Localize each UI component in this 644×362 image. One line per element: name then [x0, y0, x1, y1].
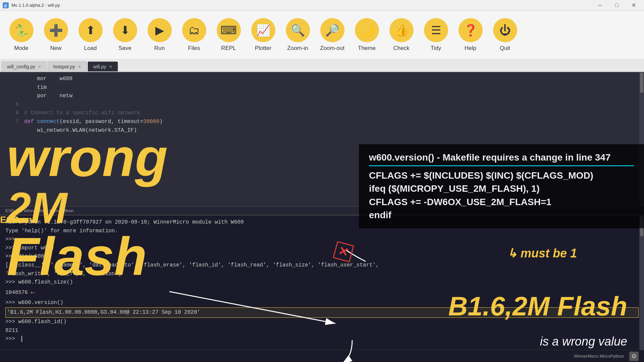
toolbar-btn-new[interactable]: ➕ New	[40, 13, 72, 56]
window-title: Mu 1.1.0.alpha.2 - wifi.py	[11, 3, 60, 8]
repl-line: Type 'help()' for more information.	[5, 227, 639, 236]
toolbar-btn-check[interactable]: 👍 Check	[385, 13, 417, 56]
check-icon: 👍	[389, 18, 414, 42]
tab-label-hotspot: hotspot.py	[53, 64, 75, 69]
main-content: mor w600 tim por netw 5 6 # Connect to a…	[0, 72, 644, 362]
repl-label: REPL	[221, 45, 236, 52]
toolbar-btn-mode[interactable]: 🐍 Mode	[5, 13, 37, 56]
tab-close-hotspot[interactable]: ✕	[78, 64, 81, 69]
zoomin-label: Zoom-in	[287, 45, 308, 52]
toolbar-btn-repl[interactable]: ⌨ REPL	[213, 13, 245, 56]
code-line: 7 def connect(essid, password, timeout=3…	[5, 118, 639, 126]
zoomin-icon: 🔍	[286, 18, 310, 42]
repl-line: >>> w600.flash_size()	[5, 278, 639, 287]
repl-line: 'flash_write', 'run_ftp', 'version']	[5, 270, 639, 279]
code-line: 5	[5, 101, 639, 109]
maximize-button[interactable]: □	[609, 0, 625, 11]
repl-line: 1048576 ←	[5, 287, 639, 299]
new-icon: ➕	[44, 18, 68, 42]
repl-line: >>>	[5, 335, 639, 344]
mode-icon: 🐍	[9, 18, 34, 42]
toolbar-btn-tidy[interactable]: ☰ Tidy	[420, 13, 452, 56]
run-label: Run	[154, 45, 165, 52]
load-label: Load	[84, 45, 97, 52]
save-label: Save	[118, 45, 131, 52]
repl-line: ['__class__', '__name__', 'dat_readinto'…	[5, 261, 639, 270]
tabs-bar: wifi_config.py ✕ hotspot.py ✕ wifi.py ✕	[0, 59, 644, 72]
files-label: Files	[188, 45, 200, 52]
toolbar: 🐍 Mode ➕ New ⬆ Load ⬇ Save ▶ Run 🗂 Files…	[0, 11, 644, 59]
title-bar-left: μ Mu 1.1.0.alpha.2 - wifi.py	[3, 2, 60, 8]
repl-line: >>> dir(w600)	[5, 252, 639, 261]
zoomout-label: Zoom-out	[320, 45, 344, 52]
plotter-label: Plotter	[255, 45, 271, 52]
toolbar-btn-theme[interactable]: 🌙 Theme	[351, 13, 383, 56]
repl-line: >>> w600.flash_id()	[5, 318, 639, 326]
toolbar-btn-save[interactable]: ⬇ Save	[109, 13, 141, 56]
tab-close-wifi_config[interactable]: ✕	[38, 64, 41, 69]
help-icon: ❓	[459, 18, 483, 42]
tab-wifi_config[interactable]: wifi_config.py ✕	[1, 61, 47, 71]
repl-line: 'B1.6,2M Flash,H1.00.00.0000,G3.04.00@ 2…	[5, 307, 639, 318]
tab-close-wifi[interactable]: ✕	[109, 64, 112, 69]
tab-wifi[interactable]: wifi.py ✕	[88, 61, 118, 71]
mode-label: Mode	[14, 45, 29, 52]
window-controls: ─ □ ✕	[592, 0, 641, 11]
toolbar-btn-files[interactable]: 🗂 Files	[178, 13, 210, 56]
repl-header-text: ESP and WinnerMicro MicroPython	[5, 208, 74, 213]
repl-icon: ⌨	[217, 18, 241, 42]
toolbar-btn-help[interactable]: ❓ Help	[454, 13, 486, 56]
plotter-icon: 📈	[251, 18, 275, 42]
repl-line: >>> import w600	[5, 244, 639, 253]
run-icon: ▶	[148, 18, 172, 42]
repl-line: MicroPython v1.12.0-g3ff707927 on 2020-0…	[5, 218, 639, 227]
save-icon: ⬇	[113, 18, 137, 42]
quit-label: Quit	[500, 45, 510, 52]
repl-line: >>> w600.version()	[5, 299, 639, 307]
close-button[interactable]: ✕	[626, 0, 641, 11]
code-line: mor w600	[5, 75, 639, 83]
toolbar-btn-quit[interactable]: ⏻ Quit	[489, 13, 521, 56]
repl-scrollbar-thumb[interactable]	[640, 216, 643, 236]
repl-line: >>>	[5, 235, 639, 244]
editor-scrollbar-thumb[interactable]	[640, 73, 643, 93]
files-icon: 🗂	[182, 18, 206, 42]
help-label: Help	[465, 45, 476, 52]
status-bar: WinnerMicro MicroPython ⚙	[0, 350, 644, 362]
toolbar-btn-zoomin[interactable]: 🔍 Zoom-in	[282, 13, 314, 56]
theme-label: Theme	[358, 45, 376, 52]
repl-line: 8211	[5, 326, 639, 335]
code-line: por netw	[5, 92, 639, 101]
editor-scrollbar[interactable]	[639, 72, 644, 206]
repl-scrollbar[interactable]	[639, 216, 644, 350]
toolbar-btn-zoomout[interactable]: 🔎 Zoom-out	[316, 13, 348, 56]
load-icon: ⬆	[78, 18, 103, 42]
settings-gear-button[interactable]: ⚙	[629, 352, 639, 361]
toolbar-btn-plotter[interactable]: 📈 Plotter	[247, 13, 279, 56]
tidy-icon: ☰	[424, 18, 448, 42]
repl-header: ESP and WinnerMicro MicroPython	[0, 206, 644, 215]
new-label: New	[50, 45, 61, 52]
tidy-label: Tidy	[431, 45, 441, 52]
tab-hotspot[interactable]: hotspot.py ✕	[48, 61, 87, 71]
status-text: WinnerMicro MicroPython	[574, 354, 624, 359]
zoomout-icon: 🔎	[320, 18, 344, 42]
theme-icon: 🌙	[355, 18, 379, 42]
minimize-button[interactable]: ─	[592, 0, 608, 11]
toolbar-btn-load[interactable]: ⬆ Load	[74, 13, 106, 56]
app-icon: μ	[3, 2, 9, 8]
tab-label-wifi_config: wifi_config.py	[7, 64, 35, 69]
editor-area[interactable]: mor w600 tim por netw 5 6 # Connect to a…	[0, 72, 644, 206]
quit-icon: ⏻	[493, 18, 517, 42]
tab-label-wifi: wifi.py	[93, 64, 106, 69]
repl-area[interactable]: MicroPython v1.12.0-g3ff707927 on 2020-0…	[0, 215, 644, 350]
code-line: wi_network.WLAN(network.STA_IF)	[5, 126, 639, 135]
code-line: tim	[5, 83, 639, 92]
code-line: 6 # Connect to a specific wifi network	[5, 109, 639, 118]
toolbar-btn-run[interactable]: ▶ Run	[144, 13, 175, 56]
title-bar: μ Mu 1.1.0.alpha.2 - wifi.py ─ □ ✕	[0, 0, 644, 11]
check-label: Check	[393, 45, 409, 52]
